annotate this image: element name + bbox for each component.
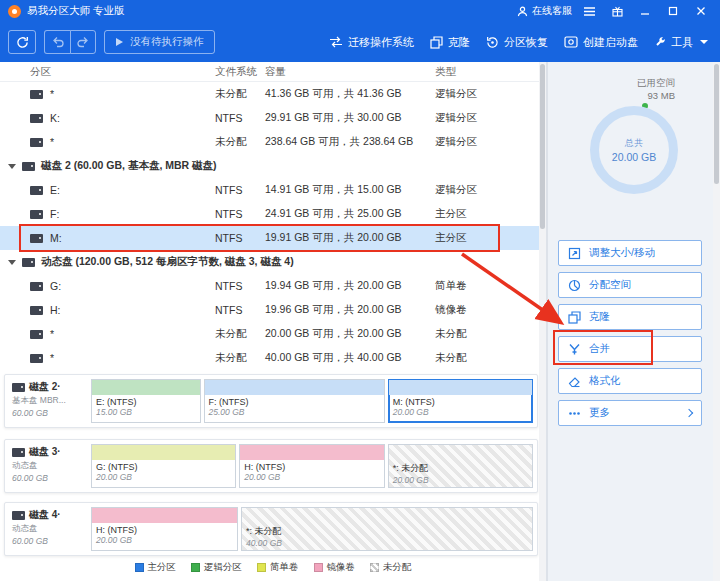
legend-simple: 简单卷 (257, 561, 299, 574)
refresh-button[interactable] (8, 30, 36, 54)
disk-icon (22, 162, 35, 171)
create-bootable-button[interactable]: 创建启动盘 (564, 35, 638, 50)
mirrored-volume-strip (240, 445, 383, 460)
partition-icon (30, 90, 43, 99)
partition-row-M-selected[interactable]: M: NTFS 19.91 GB 可用，共 20.00 GB 主分区 (0, 226, 546, 250)
disk2-label: 磁盘 2· 基本盘 MBR... 60.00 GB (5, 375, 87, 427)
partition-recovery-button[interactable]: 分区恢复 (486, 35, 548, 50)
partition-capacity: 19.91 GB 可用，共 20.00 GB (265, 231, 435, 245)
online-support-button[interactable]: 在线客服 (517, 4, 572, 18)
legend-logical: 逻辑分区 (191, 561, 242, 574)
resize-move-button[interactable]: 调整大小/移动 (558, 240, 702, 266)
partition-capacity: 24.91 GB 可用，共 25.00 GB (265, 207, 435, 221)
scrollbar-thumb[interactable] (540, 64, 545, 229)
disk-group-row-disk2[interactable]: 磁盘 2 (60.00 GB, 基本盘, MBR 磁盘) (0, 154, 546, 178)
disk-group-label: 磁盘 2 (60.00 GB, 基本盘, MBR 磁盘) (41, 159, 217, 173)
disk-group-row-dynamic[interactable]: 动态盘 (120.00 GB, 512 每扇区字节数, 磁盘 3, 磁盘 4) (0, 250, 546, 274)
partition-icon (30, 210, 43, 219)
promo-button[interactable] (606, 2, 628, 20)
partition-row-unallocated-4[interactable]: * 未分配 40.00 GB 可用，共 40.00 GB 未分配 (0, 346, 546, 370)
logical-partition-strip (92, 380, 200, 395)
clone-icon (568, 311, 581, 324)
main-scrollbar[interactable] (539, 62, 546, 581)
clone-icon (430, 36, 443, 49)
column-header-type[interactable]: 类型 (435, 65, 546, 79)
close-button[interactable] (690, 2, 712, 20)
chevron-down-icon (8, 164, 16, 169)
merge-button[interactable]: 合并 (558, 336, 702, 362)
map-partition-size: 20.00 GB (389, 407, 532, 417)
minimize-button[interactable] (634, 2, 656, 20)
disk-map-partition-F[interactable]: F: (NTFS) 25.00 GB (204, 379, 385, 423)
disk-map-unallocated-disk4[interactable]: *: 未分配 40.00 GB (241, 507, 533, 551)
map-partition-label: F: (NTFS) (205, 395, 384, 407)
partition-row-H[interactable]: H: NTFS 19.96 GB 可用，共 20.00 GB 镜像卷 (0, 298, 546, 322)
window-scrollbar[interactable] (713, 62, 720, 581)
titlebar: 易我分区大师 专业版 在线客服 (0, 0, 720, 22)
map-partition-size: 20.00 GB (92, 472, 235, 482)
partition-row-unallocated-2[interactable]: * 未分配 238.64 GB 可用，共 238.64 GB 逻辑分区 (0, 130, 546, 154)
pending-operations-label: 没有待执行操作 (130, 35, 204, 49)
column-header-partition[interactable]: 分区 (0, 65, 215, 79)
bootable-disk-icon (564, 36, 578, 48)
disk-map-partition-G[interactable]: G: (NTFS) 20.00 GB (91, 444, 236, 488)
tools-button[interactable]: 工具 (654, 35, 708, 50)
partition-row-K[interactable]: K: NTFS 29.91 GB 可用，共 30.00 GB 逻辑分区 (0, 106, 546, 130)
pending-operations-button[interactable]: 没有待执行操作 (104, 30, 215, 54)
legend-label: 未分配 (383, 561, 412, 574)
partition-fs: NTFS (215, 184, 265, 196)
disk-map-unallocated-disk3[interactable]: *: 未分配 20.00 GB (388, 444, 533, 488)
partition-icon (30, 138, 43, 147)
partition-row-unallocated-1[interactable]: * 未分配 41.36 GB 可用，共 41.36 GB 逻辑分区 (0, 82, 546, 106)
partition-row-unallocated-3[interactable]: * 未分配 20.00 GB 可用，共 20.00 GB 未分配 (0, 322, 546, 346)
disk-kind: 基本盘 MBR... (12, 395, 85, 407)
partition-capacity: 20.00 GB 可用，共 20.00 GB (265, 327, 435, 341)
sidebar: 已用空间 93 MB 总共 20.00 GB 调整大小/移动 分配空间 克隆 合… (548, 62, 713, 581)
maximize-button[interactable] (662, 2, 684, 20)
clone-button[interactable]: 克隆 (430, 35, 470, 50)
redo-icon (77, 36, 89, 48)
map-partition-label: M: (NTFS) (389, 395, 532, 407)
disk-map-partition-M-selected[interactable]: M: (NTFS) 20.00 GB (388, 379, 533, 423)
primary-partition-strip (205, 380, 384, 395)
wrench-icon (654, 36, 666, 48)
disk-map-partition-E[interactable]: E: (NTFS) 15.00 GB (91, 379, 201, 423)
legend-label: 逻辑分区 (204, 561, 242, 574)
format-label: 格式化 (589, 374, 621, 388)
partition-type: 镜像卷 (435, 303, 546, 317)
more-button[interactable]: 更多 (558, 400, 702, 426)
disk-group-label: 动态盘 (120.00 GB, 512 每扇区字节数, 磁盘 3, 磁盘 4) (41, 255, 294, 269)
unallocated-swatch (370, 563, 379, 572)
partition-row-F[interactable]: F: NTFS 24.91 GB 可用，共 25.00 GB 主分区 (0, 202, 546, 226)
partition-capacity: 41.36 GB 可用，共 41.36 GB (265, 87, 435, 101)
legend-label: 镜像卷 (327, 561, 356, 574)
format-button[interactable]: 格式化 (558, 368, 702, 394)
partition-fs: 未分配 (215, 87, 265, 101)
map-partition-size: 20.00 GB (240, 472, 383, 482)
allocate-space-button[interactable]: 分配空间 (558, 272, 702, 298)
column-header-filesystem[interactable]: 文件系统 (215, 65, 265, 79)
undo-button[interactable] (44, 30, 70, 54)
disk-map-partition-H-disk3[interactable]: H: (NTFS) 20.00 GB (239, 444, 384, 488)
partition-capacity: 19.96 GB 可用，共 20.00 GB (265, 303, 435, 317)
online-support-label: 在线客服 (532, 4, 572, 18)
map-partition-label: E: (NTFS) (92, 395, 200, 407)
primary-swatch (135, 563, 144, 572)
migrate-os-button[interactable]: 迁移操作系统 (329, 35, 414, 50)
disk-icon (12, 511, 25, 520)
partition-type: 逻辑分区 (435, 183, 546, 197)
redo-button[interactable] (70, 30, 96, 54)
column-header-capacity[interactable]: 容量 (265, 65, 435, 79)
disk-icon (22, 258, 35, 267)
disk-map-partition-H-disk4[interactable]: H: (NTFS) 20.00 GB (91, 507, 238, 551)
scrollbar-thumb[interactable] (714, 64, 719, 184)
disk-name: 磁盘 4· (29, 508, 61, 522)
app-window: 易我分区大师 专业版 在线客服 (0, 0, 720, 581)
menu-button[interactable] (578, 2, 600, 20)
partition-row-G[interactable]: G: NTFS 19.94 GB 可用，共 20.00 GB 简单卷 (0, 274, 546, 298)
partition-type: 主分区 (435, 231, 546, 245)
clone-partition-button[interactable]: 克隆 (558, 304, 702, 330)
primary-partition-strip (389, 380, 532, 395)
chevron-down-icon (8, 260, 16, 265)
partition-row-E[interactable]: E: NTFS 14.91 GB 可用，共 15.00 GB 逻辑分区 (0, 178, 546, 202)
